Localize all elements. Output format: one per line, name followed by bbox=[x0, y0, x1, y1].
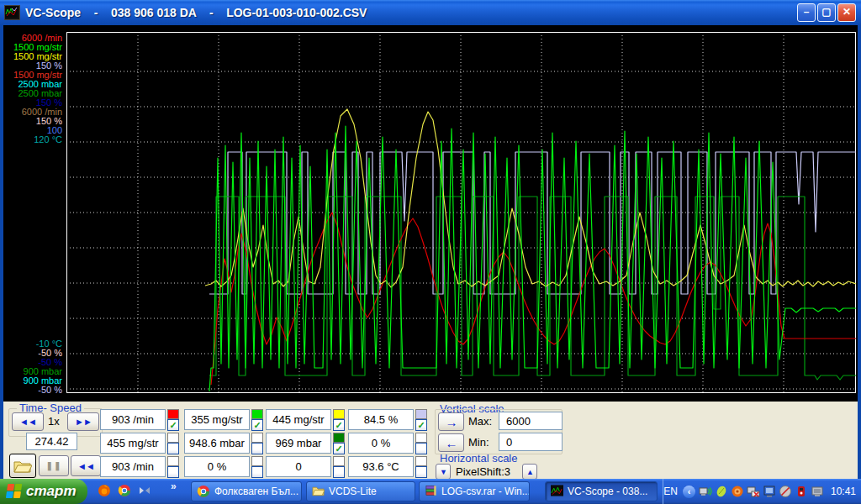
close-button[interactable]: ✕ bbox=[837, 3, 856, 22]
channel-color-swatch bbox=[251, 433, 263, 443]
control-panel: Time- Speed ◄◄ 1x ►► 274.42 ❚❚ ◄◄ 903 /m… bbox=[0, 402, 861, 479]
minimize-button[interactable]: – bbox=[797, 3, 816, 22]
tray-icon-swirl[interactable] bbox=[731, 485, 744, 498]
tray-icon-security-red[interactable] bbox=[795, 485, 808, 498]
scale-shift-left-button[interactable]: ← bbox=[438, 433, 464, 452]
scale-shift-right-button[interactable]: → bbox=[438, 412, 464, 431]
channel-value-field[interactable]: 455 mg/str bbox=[100, 433, 166, 454]
app-window: VC-Scope - 038 906 018 DA - LOG-01-003-0… bbox=[0, 0, 861, 504]
channel-color-swatch bbox=[167, 456, 179, 466]
channel-value-field[interactable]: 445 mg/str bbox=[266, 409, 331, 430]
taskbar-button-label: LOG-csv.rar - Win... bbox=[441, 486, 530, 497]
tray-icon-leaf[interactable] bbox=[715, 485, 728, 498]
language-indicator[interactable]: EN bbox=[663, 486, 678, 497]
channel-color-swatch bbox=[415, 456, 427, 466]
pixelshift-value: PixelShift:3 bbox=[456, 465, 510, 478]
trace-air-mass-brightgreen bbox=[209, 126, 856, 391]
window-title: VC-Scope - 038 906 018 DA - LOG-01-003-0… bbox=[25, 6, 367, 19]
min-value-field[interactable]: 0 bbox=[499, 433, 563, 451]
channel-checkbox[interactable] bbox=[251, 443, 263, 454]
rewind-button[interactable]: ◄◄ bbox=[12, 412, 44, 431]
system-tray: EN ‹ 10:41 bbox=[663, 479, 861, 504]
tray-chevron-icon[interactable]: ‹ bbox=[683, 486, 695, 498]
channel-color-swatch bbox=[251, 456, 263, 466]
start-label: старт bbox=[26, 483, 77, 500]
channel-checkbox[interactable]: ✓ bbox=[333, 419, 345, 431]
channel-checkbox[interactable] bbox=[167, 466, 179, 478]
pause-button[interactable]: ❚❚ bbox=[39, 455, 69, 476]
folder-icon bbox=[312, 485, 325, 499]
channel-value-field[interactable]: 903 /min bbox=[100, 409, 166, 430]
channel-checkbox[interactable]: ✓ bbox=[333, 443, 345, 454]
channel-value-field[interactable]: 903 /min bbox=[100, 456, 166, 477]
quick-launch-overflow-chevron[interactable]: » bbox=[171, 480, 177, 492]
channel-value-field[interactable]: 0 % bbox=[184, 456, 250, 477]
title-bar: VC-Scope - 038 906 018 DA - LOG-01-003-0… bbox=[0, 0, 861, 25]
windows-logo-icon bbox=[6, 484, 24, 499]
max-value-field[interactable]: 6000 bbox=[499, 412, 563, 430]
scope-chart-area: 6000 /min1500 mg/str1500 mg/str150 %1500… bbox=[0, 25, 861, 402]
taskbar-button[interactable]: LOG-csv.rar - Win... bbox=[419, 481, 530, 501]
channel-color-swatch bbox=[415, 433, 427, 443]
maximize-button[interactable]: ▢ bbox=[817, 3, 836, 22]
channel-value-field[interactable]: 969 mbar bbox=[266, 433, 331, 454]
channel-value-field[interactable]: 0 bbox=[266, 456, 331, 477]
open-file-button[interactable] bbox=[9, 454, 36, 478]
taskbar: старт » Фолксваген Бъл...VCDS-LiteLOG-cs… bbox=[0, 479, 861, 504]
channel-color-swatch bbox=[333, 456, 345, 466]
channel-color-swatch bbox=[251, 409, 263, 419]
taskbar-button-label: Фолксваген Бъл... bbox=[214, 486, 298, 497]
channel-color-swatch bbox=[167, 409, 179, 419]
taskbar-button[interactable]: VC-Scope - 038... bbox=[545, 481, 658, 501]
channel-color-swatch bbox=[333, 433, 345, 443]
pixelshift-down-button[interactable]: ▼ bbox=[436, 464, 451, 480]
scope-plot[interactable] bbox=[66, 32, 856, 393]
channel-value-field[interactable]: 948.6 mbar bbox=[184, 433, 250, 454]
channel-checkbox[interactable]: ✓ bbox=[415, 419, 427, 431]
tray-icons bbox=[699, 485, 824, 498]
app-icon bbox=[4, 5, 20, 20]
forward-button[interactable]: ►► bbox=[67, 412, 99, 431]
time-position-field[interactable]: 274.42 bbox=[26, 433, 77, 450]
channel-value-field[interactable]: 93.6 °C bbox=[348, 456, 414, 477]
pixelshift-up-button[interactable]: ▲ bbox=[522, 464, 537, 480]
tray-icon-monitor[interactable] bbox=[811, 485, 824, 498]
channel-checkbox[interactable] bbox=[251, 466, 263, 478]
tray-icon-display-grid[interactable] bbox=[763, 485, 776, 498]
trace-duty-cycle-lavender bbox=[209, 152, 856, 294]
media-player-icon[interactable] bbox=[138, 484, 153, 499]
channel-value-field[interactable]: 355 mg/str bbox=[184, 409, 250, 430]
channel-checkbox[interactable] bbox=[167, 443, 179, 454]
channel-checkbox[interactable]: ✓ bbox=[251, 419, 263, 431]
firefox-icon[interactable] bbox=[98, 484, 113, 499]
channel-value-field[interactable]: 0 % bbox=[348, 433, 414, 454]
tray-icon-volume-muted[interactable] bbox=[779, 485, 792, 498]
taskbar-button[interactable]: VCDS-Lite bbox=[306, 481, 415, 501]
channel-color-swatch bbox=[333, 409, 345, 419]
rewind-to-start-button[interactable]: ◄◄ bbox=[71, 455, 101, 476]
max-label: Max: bbox=[468, 415, 492, 428]
channel-checkbox[interactable] bbox=[415, 443, 427, 454]
winrar-icon bbox=[425, 485, 437, 499]
channel-checkbox[interactable] bbox=[415, 466, 427, 478]
scope-icon bbox=[551, 485, 563, 499]
min-label: Min: bbox=[468, 436, 489, 449]
taskbar-button-label: VCDS-Lite bbox=[329, 486, 377, 497]
chrome-icon[interactable] bbox=[118, 484, 133, 499]
channel-color-swatch bbox=[167, 433, 179, 443]
start-button[interactable]: старт bbox=[0, 479, 87, 504]
clock: 10:41 bbox=[831, 486, 856, 497]
channel-value-field[interactable]: 84.5 % bbox=[348, 409, 414, 430]
taskbar-button-label: VC-Scope - 038... bbox=[568, 486, 647, 497]
open-folder-icon bbox=[13, 459, 32, 474]
channel-color-swatch bbox=[415, 409, 427, 419]
chrome-icon bbox=[197, 485, 210, 498]
horizontal-scale-label: Horizontal scale bbox=[440, 452, 518, 465]
scale-label: 120 °C bbox=[3, 135, 62, 144]
speed-label: 1x bbox=[48, 415, 60, 428]
channel-checkbox[interactable]: ✓ bbox=[167, 419, 179, 431]
tray-icon-network-signal[interactable] bbox=[699, 485, 712, 498]
taskbar-button[interactable]: Фолксваген Бъл... bbox=[191, 481, 302, 501]
tray-icon-network-error[interactable] bbox=[747, 485, 760, 498]
channel-checkbox[interactable] bbox=[333, 466, 345, 478]
